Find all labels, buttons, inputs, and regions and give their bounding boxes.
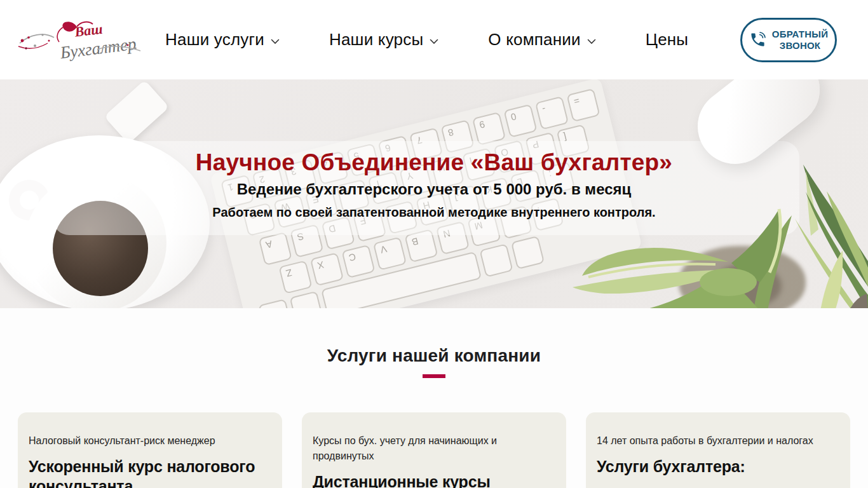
keyboard-key <box>479 243 513 277</box>
service-card-tax-consultant[interactable]: Налоговый консультант-риск менеджер Уско… <box>18 412 282 488</box>
nav-item-prices[interactable]: Цены <box>646 30 689 50</box>
nav-label: Цены <box>646 30 689 50</box>
keyboard-key <box>290 291 323 308</box>
keyboard-key: = <box>566 88 600 122</box>
callback-line2: ЗВОНОК <box>780 40 820 51</box>
hero-title: Научное Объединение «Ваш бухгалтер» <box>0 151 868 175</box>
keyboard-key: A <box>259 232 292 266</box>
card-title: Ускоренный курс налогового консультанта <box>29 457 271 488</box>
nav-item-courses[interactable]: Наши курсы <box>329 30 438 50</box>
services-cards-row: Налоговый консультант-риск менеджер Уско… <box>0 378 868 488</box>
callback-line1: ОБРАТНЫЙ <box>772 29 828 39</box>
service-card-distance-courses[interactable]: Курсы по бух. учету для начинающих и про… <box>302 412 566 488</box>
service-card-accountant-services[interactable]: 14 лет опыта работы в бухгалтерии и нало… <box>586 412 850 488</box>
keyboard-key: Z <box>278 260 312 294</box>
card-title: Услуги бухгалтера: <box>597 457 839 477</box>
chevron-down-icon <box>271 39 280 44</box>
keyboard-key: X <box>310 252 344 286</box>
keyboard-key: - <box>535 96 569 130</box>
keyboard-key <box>258 299 292 308</box>
hero-text-block: Научное Объединение «Ваш бухгалтер» Веде… <box>0 151 868 220</box>
card-kicker: 14 лет опыта работы в бухгалтерии и нало… <box>597 433 839 449</box>
main-nav: Наши услуги Наши курсы О компании Цены <box>165 30 688 50</box>
keyboard-key: C <box>341 245 375 278</box>
chevron-down-icon <box>587 39 596 44</box>
services-section-title: Услуги нашей компании <box>0 346 868 366</box>
site-header: Ваш Бухгалтер Наши услуги Наши курсы О к… <box>0 0 868 79</box>
callback-button-label: ОБРАТНЫЙ ЗВОНОК <box>772 29 828 51</box>
eraser-decor <box>104 80 170 144</box>
services-section: Услуги нашей компании Налоговый консульт… <box>0 308 868 488</box>
hero-tagline: Работаем по своей запатентованной методи… <box>0 205 868 220</box>
logo-text-line1: Ваш <box>73 20 104 39</box>
keyboard-key: 0 <box>503 104 537 138</box>
nav-label: Наши услуги <box>165 30 264 50</box>
logo[interactable]: Ваш Бухгалтер <box>16 17 146 64</box>
nav-item-services[interactable]: Наши услуги <box>165 30 280 50</box>
nav-label: О компании <box>488 30 580 50</box>
phone-icon <box>749 31 766 48</box>
logo-text-line2: Бухгалтер <box>58 34 137 62</box>
hero-banner: 1234567890-=QWERTYUIOP[ASDFGHJKL;ZXCVBNM… <box>0 79 868 308</box>
card-kicker: Налоговый консультант-риск менеджер <box>29 433 271 449</box>
keyboard-key: V <box>373 236 407 270</box>
card-kicker: Курсы по бух. учету для начинающих и про… <box>313 433 555 464</box>
nav-label: Наши курсы <box>329 30 423 50</box>
card-title: Дистанционные курсы <box>313 472 555 488</box>
nav-item-about[interactable]: О компании <box>488 30 595 50</box>
chevron-down-icon <box>430 39 438 44</box>
keyboard-key <box>511 236 545 269</box>
callback-button[interactable]: ОБРАТНЫЙ ЗВОНОК <box>740 18 837 62</box>
hero-subtitle: Ведение бухгалтерского учета от 5 000 ру… <box>0 180 868 198</box>
